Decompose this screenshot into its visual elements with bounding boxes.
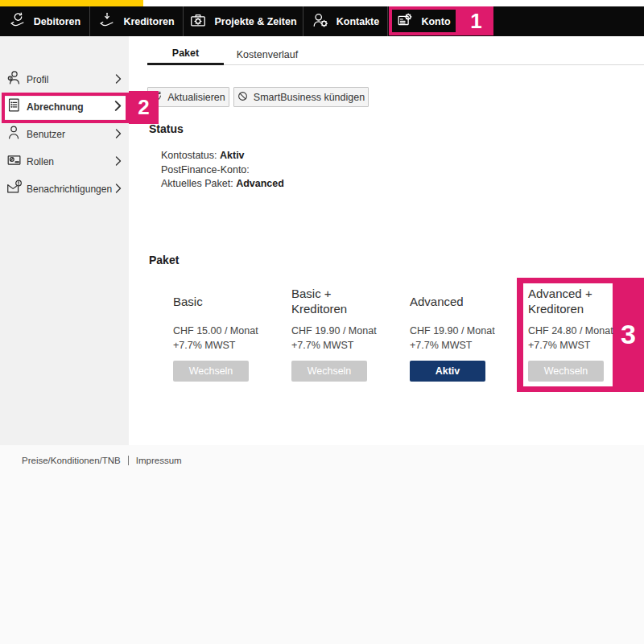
package-vat: +7.7% MWST — [410, 340, 472, 351]
status-heading: Status — [149, 122, 184, 135]
sidebar-item-label: Benachrichtigungen — [27, 184, 112, 195]
kreditoren-hand-icon — [98, 11, 116, 31]
sidebar-item-benutzer[interactable]: Benutzer — [0, 121, 129, 148]
tab-label: Paket — [172, 47, 199, 59]
annotation-3-badge: 3 — [613, 316, 644, 352]
top-navigation: Debitoren Kreditoren Projekte & Zeiten K… — [0, 6, 644, 36]
package-price: CHF 19.90 / Monat — [410, 325, 495, 336]
tab-label: Kostenverlauf — [237, 49, 298, 60]
package-name: Basic + Kreditoren — [291, 283, 382, 319]
nav-item-kontakte[interactable]: Kontakte — [303, 6, 387, 36]
wechseln-button[interactable]: Wechseln — [291, 361, 367, 382]
footer: Preise/Konditionen/TNB Impressum — [22, 456, 182, 465]
nav-item-projekte-zeiten[interactable]: Projekte & Zeiten — [183, 6, 303, 36]
package-card-advanced-kreditoren: Advanced + Kreditoren CHF 24.80 / Monat … — [528, 283, 618, 319]
package-card-advanced: Advanced CHF 19.90 / Monat +7.7% MWST Ak… — [410, 283, 500, 319]
toolbox-gear-icon — [189, 11, 207, 31]
cancel-circle-icon — [237, 91, 248, 104]
status-label: PostFinance-Konto: — [161, 164, 250, 175]
chevron-right-icon — [115, 155, 122, 169]
status-value: Aktiv — [220, 150, 245, 161]
nav-item-kreditoren[interactable]: Kreditoren — [89, 6, 183, 36]
package-card-basic: Basic CHF 15.00 / Monat +7.7% MWST Wechs… — [173, 283, 263, 319]
wechseln-button[interactable]: Wechseln — [173, 361, 249, 382]
status-rows: Kontostatus: Aktiv PostFinance-Konto: Ak… — [161, 149, 284, 192]
app-window: Debitoren Kreditoren Projekte & Zeiten K… — [0, 0, 644, 644]
annotation-1-outline — [389, 6, 459, 35]
status-label: Aktuelles Paket: — [161, 178, 233, 189]
package-name: Advanced + Kreditoren — [528, 283, 618, 319]
aktualisieren-button[interactable]: Aktualisieren — [147, 87, 229, 107]
sidebar-item-rollen[interactable]: Rollen — [0, 148, 129, 175]
sidebar-item-label: Rollen — [27, 156, 54, 167]
aktiv-button[interactable]: Aktiv — [410, 361, 485, 382]
user-icon — [6, 124, 23, 145]
sidebar-item-label: Benutzer — [27, 129, 65, 140]
package-price: CHF 15.00 / Monat — [173, 325, 258, 336]
package-vat: +7.7% MWST — [291, 340, 353, 351]
tab-bar: Paket Kostenverlauf — [147, 43, 644, 65]
profile-info-icon — [6, 69, 23, 90]
status-row-kontostatus: Kontostatus: Aktiv — [161, 149, 284, 163]
package-card-basic-kreditoren: Basic + Kreditoren CHF 19.90 / Monat +7.… — [291, 283, 382, 319]
chevron-right-icon — [115, 127, 122, 142]
package-price: CHF 24.80 / Monat — [528, 325, 613, 336]
annotation-2-outline — [2, 93, 129, 123]
roles-badge-icon — [6, 151, 23, 172]
nav-label: Debitoren — [34, 16, 80, 27]
package-name: Basic — [173, 283, 263, 319]
button-label: Aktualisieren — [167, 92, 225, 103]
status-value: Advanced — [236, 178, 284, 189]
chevron-right-icon — [115, 72, 122, 87]
tab-paket[interactable]: Paket — [147, 43, 224, 65]
tab-kostenverlauf[interactable]: Kostenverlauf — [224, 43, 311, 65]
package-vat: +7.7% MWST — [173, 340, 235, 351]
annotation-2-badge: 2 — [129, 91, 159, 124]
status-row-postfinance-konto: PostFinance-Konto: — [161, 163, 284, 178]
paket-heading: Paket — [149, 254, 179, 266]
nav-label: Kontakte — [336, 16, 379, 27]
brand-yellow-strip — [0, 0, 143, 6]
debitoren-hand-icon — [9, 11, 27, 31]
annotation-1-badge: 1 — [459, 6, 493, 35]
nav-label: Projekte & Zeiten — [214, 16, 296, 27]
person-gear-icon — [312, 11, 329, 31]
status-label: Kontostatus: — [161, 150, 217, 161]
notification-envelope-icon — [6, 179, 23, 200]
status-row-aktuelles-paket: Aktuelles Paket: Advanced — [161, 177, 284, 192]
nav-item-debitoren[interactable]: Debitoren — [0, 6, 89, 36]
package-vat: +7.7% MWST — [528, 340, 590, 351]
smartbusiness-kuendigen-button[interactable]: SmartBusiness kündigen — [233, 87, 369, 107]
package-name: Advanced — [410, 283, 500, 319]
sidebar-item-label: Profil — [27, 74, 48, 85]
sidebar-item-profil[interactable]: Profil — [0, 66, 129, 93]
footer-link-preise[interactable]: Preise/Konditionen/TNB — [22, 456, 121, 465]
chevron-right-icon — [115, 182, 122, 196]
package-price: CHF 19.90 / Monat — [291, 325, 377, 336]
button-label: SmartBusiness kündigen — [254, 92, 365, 103]
nav-label: Kreditoren — [123, 16, 174, 27]
footer-divider — [128, 456, 129, 465]
wechseln-button[interactable]: Wechseln — [528, 361, 604, 382]
footer-link-impressum[interactable]: Impressum — [136, 456, 182, 465]
sidebar-item-benachrichtigungen[interactable]: Benachrichtigungen — [0, 175, 129, 203]
